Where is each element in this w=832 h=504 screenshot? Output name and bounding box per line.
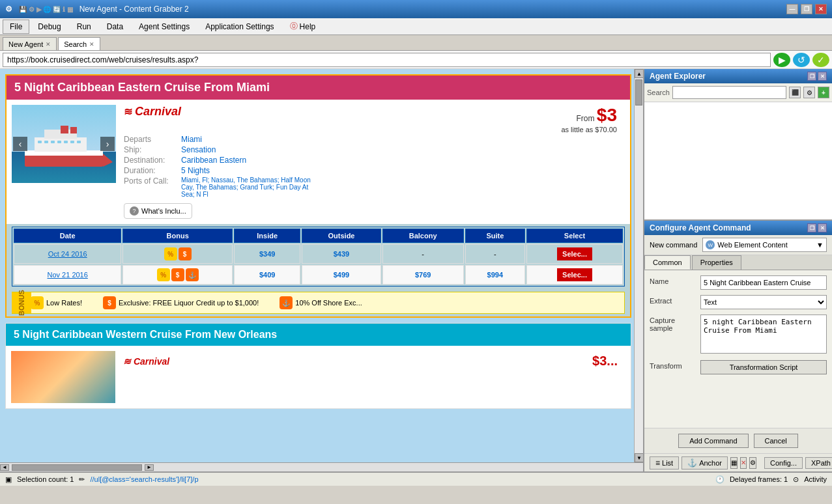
svg-rect-10 xyxy=(57,141,61,143)
transform-row: Transform Transformation Script xyxy=(650,360,827,374)
cancel-button[interactable]: Cancel xyxy=(754,434,798,448)
play-button[interactable]: ▶ xyxy=(773,53,790,67)
col-balcony: Balcony xyxy=(382,229,464,243)
tab-new-agent-close[interactable]: ✕ xyxy=(46,41,51,48)
status-left: ▣ Selection count: 1 ✏ //ul[@class='sear… xyxy=(5,475,199,484)
menu-help[interactable]: ⓪Help xyxy=(283,18,323,35)
url-input[interactable] xyxy=(3,53,771,67)
scroll-left-button[interactable]: ◄ xyxy=(0,464,9,471)
check-button[interactable]: ✓ xyxy=(812,53,829,67)
close-configure-button[interactable]: ✕ xyxy=(818,223,827,232)
col-outside: Outside xyxy=(302,229,380,243)
cruise-2-brand: ≋ Carnival xyxy=(123,356,169,367)
list-button[interactable]: ≡ List xyxy=(650,456,679,469)
extract-value: Text xyxy=(700,295,827,309)
liquor-credit-icon: $ xyxy=(103,296,116,309)
whats-included-button[interactable]: ? What's Inclu... xyxy=(124,203,192,219)
scroll-thumb[interactable] xyxy=(635,79,642,105)
bottom-toolbar: ≡ List ⚓ Anchor ▦ ✕ ⚙ Config... XPath xyxy=(644,453,832,471)
menu-debug[interactable]: Debug xyxy=(31,20,68,34)
settings-icon[interactable]: ⚙ xyxy=(803,87,815,98)
command-type-select[interactable]: W Web Element Content ▼ xyxy=(702,238,827,252)
restore-panel-button[interactable]: ❐ xyxy=(807,72,816,81)
configure-panel-controls: ❐ ✕ xyxy=(807,223,827,232)
title-bar: ⚙ 💾 ⚙ ▶ 🌐 🔄 ℹ ▦ New Agent - Content Grab… xyxy=(0,0,832,18)
bonus-item-2: $ Exclusive: FREE Liquor Credit up to $1… xyxy=(103,296,259,309)
right-panel: Agent Explorer ❐ ✕ Search ⬛ ⚙ + Configur… xyxy=(643,69,832,471)
col-suite: Suite xyxy=(465,229,525,243)
svg-rect-9 xyxy=(51,141,55,143)
select-button-2[interactable]: Selec... xyxy=(557,268,592,281)
tab-new-agent[interactable]: New Agent ✕ xyxy=(3,37,57,50)
date-link-2[interactable]: Nov 21 2016 xyxy=(47,271,87,279)
name-input[interactable] xyxy=(700,275,827,290)
tab-search[interactable]: Search ✕ xyxy=(58,37,100,50)
bonus-bar: BONUS % Low Rates! $ Exclusive: FREE Liq… xyxy=(12,292,625,314)
cruise-1-image: ‹ › xyxy=(12,105,116,183)
anchor-icon: ⚓ xyxy=(687,458,697,468)
title-bar-left: ⚙ 💾 ⚙ ▶ 🌐 🔄 ℹ ▦ New Agent - Content Grab… xyxy=(5,5,189,14)
tab-properties[interactable]: Properties xyxy=(692,255,741,270)
tab-search-label: Search xyxy=(64,40,87,48)
restore-button[interactable]: ❐ xyxy=(801,4,812,14)
menu-application-settings[interactable]: Application Settings xyxy=(198,20,281,34)
svg-rect-13 xyxy=(77,141,81,143)
edit-icon: ✏ xyxy=(79,475,85,484)
activity-label: Activity xyxy=(804,475,827,483)
menu-file[interactable]: File xyxy=(3,20,29,34)
close-x-button[interactable]: ✕ xyxy=(740,457,747,469)
anchor-button[interactable]: ⚓ Anchor xyxy=(681,456,728,469)
tab-common[interactable]: Common xyxy=(644,255,691,270)
scroll-down-button[interactable]: ▼ xyxy=(635,453,643,462)
low-rates-icon: % xyxy=(31,296,44,309)
tab-bar: New Agent ✕ Search ✕ xyxy=(0,35,832,51)
date-link-1[interactable]: Oct 24 2016 xyxy=(48,250,87,258)
minimize-button[interactable]: — xyxy=(786,4,798,14)
transformation-script-button[interactable]: Transformation Script xyxy=(700,360,827,374)
web-element-icon: W xyxy=(706,240,715,249)
pricing-table: Date Bonus Inside Outside Balcony Suite … xyxy=(12,227,625,287)
menu-bar: File Debug Run Data Agent Settings Appli… xyxy=(0,18,832,35)
menu-agent-settings[interactable]: Agent Settings xyxy=(132,20,197,34)
close-panel-button[interactable]: ✕ xyxy=(818,72,827,81)
next-image-button[interactable]: › xyxy=(100,137,115,151)
cruise-1-body: ‹ › ≋ Carnival xyxy=(7,100,630,224)
cruise-2-details: ≋ Carnival $3... xyxy=(115,351,625,403)
new-window-icon[interactable]: ⬛ xyxy=(789,87,801,98)
add-command-button[interactable]: Add Command xyxy=(678,434,748,448)
capture-sample-textarea[interactable]: 5 night Caribbean Eastern Cruise From Mi… xyxy=(700,315,827,354)
tab-search-close[interactable]: ✕ xyxy=(89,41,94,48)
vertical-scrollbar[interactable]: ▲ ▼ xyxy=(634,69,643,462)
delayed-frames: Delayed frames: 1 xyxy=(730,475,788,483)
config-button[interactable]: Config... xyxy=(764,457,803,469)
app-icon: ⚙ xyxy=(5,5,12,14)
xpath-button[interactable]: XPath xyxy=(805,457,832,469)
command-type-label: Web Element Content xyxy=(717,241,814,249)
prev-image-button[interactable]: ‹ xyxy=(13,137,27,151)
h-scroll-thumb[interactable] xyxy=(12,464,142,471)
grid-button[interactable]: ▦ xyxy=(730,457,738,469)
restore-configure-button[interactable]: ❐ xyxy=(807,223,816,232)
browser-pane: 5 Night Caribbean Eastern Cruise From Mi… xyxy=(0,69,643,471)
configure-panel-header: Configure Agent Command ❐ ✕ xyxy=(644,221,832,235)
scroll-track xyxy=(635,78,643,453)
inside-price-1: $349 xyxy=(234,244,300,264)
scroll-up-button[interactable]: ▲ xyxy=(635,69,643,78)
menu-run[interactable]: Run xyxy=(70,20,98,34)
svg-rect-5 xyxy=(70,127,77,133)
explorer-search-input[interactable] xyxy=(672,86,786,99)
add-icon[interactable]: + xyxy=(818,87,829,98)
settings-gear-button[interactable]: ⚙ xyxy=(749,457,756,469)
cruise-1-header: 5 Night Caribbean Eastern Cruise From Mi… xyxy=(7,76,630,100)
balcony-price-1: - xyxy=(382,244,464,264)
menu-data[interactable]: Data xyxy=(100,20,130,34)
scroll-right-button[interactable]: ► xyxy=(145,464,154,471)
outside-price-1: $439 xyxy=(302,244,380,264)
refresh-button[interactable]: ↺ xyxy=(793,53,810,67)
select-button-1[interactable]: Selec... xyxy=(557,247,592,260)
dropdown-arrow-icon: ▼ xyxy=(816,241,824,249)
name-row: Name xyxy=(650,275,827,290)
close-button[interactable]: ✕ xyxy=(815,4,827,14)
extract-select[interactable]: Text xyxy=(700,295,827,309)
bonus-icons-1: % $ xyxy=(128,247,227,260)
